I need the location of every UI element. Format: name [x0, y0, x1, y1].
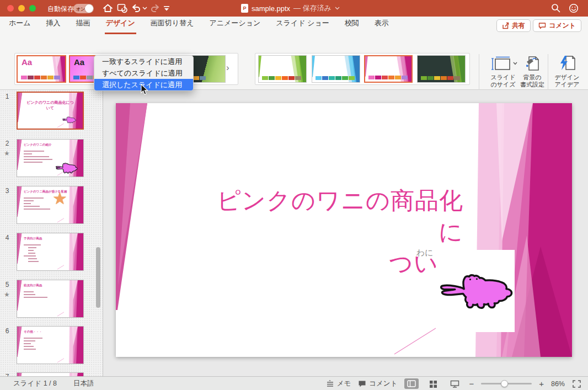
variation-thumbnail-dark[interactable] [417, 55, 466, 83]
tab-slideshow[interactable]: スライド ショー [275, 14, 330, 34]
panel-scrollbar[interactable] [96, 247, 100, 308]
design-ideas-button[interactable]: デザイン アイデア [550, 55, 584, 90]
slide-thumbnail-2[interactable]: ピンクのワニの紹介 [17, 139, 84, 177]
slide-number: 1 [2, 93, 12, 100]
slide-thumbnails-panel: 1 ピンクのワニの商品化について 2 ★ ピンクのワニの紹介 3 ピンクのワニ商… [0, 90, 103, 376]
tab-home[interactable]: ホーム [8, 14, 32, 34]
tab-view[interactable]: 表示 [373, 14, 390, 34]
undo-icon[interactable] [131, 3, 141, 13]
theme-thumbnail-pink[interactable]: Aa [17, 55, 66, 83]
slide-number: 3 [2, 187, 12, 195]
maximize-window-button[interactable] [29, 5, 36, 12]
zoom-percentage[interactable]: 86% [551, 380, 565, 388]
status-bar: スライド 1 / 8 日本語 メモ コメント − + 86% [0, 376, 588, 390]
current-slide-canvas[interactable]: ピンクのワニの商品化に ついて わに [116, 103, 572, 357]
autosave-toggle[interactable]: オン [73, 4, 94, 13]
variation-thumbnail-blue[interactable] [312, 55, 360, 83]
slide-thumbnail-4[interactable]: 子供向け商品 [17, 233, 84, 271]
slide-title-line-1: ピンクのワニの商品化に [199, 185, 463, 248]
slide-title-text[interactable]: ピンクのワニの商品化に ついて [199, 185, 463, 279]
slide-sorter-view-button[interactable] [426, 378, 440, 389]
tab-draw[interactable]: 描画 [75, 14, 92, 34]
status-comments-button[interactable]: コメント [358, 379, 397, 388]
crocodile-image[interactable] [436, 250, 515, 332]
toolbar-overflow-icon[interactable] [163, 6, 170, 11]
save-sync-icon[interactable] [117, 3, 128, 13]
variation-thumbnail-green[interactable] [258, 55, 307, 83]
variation-swatches [421, 76, 460, 80]
comment-bubble-icon [358, 380, 366, 388]
toggle-knob [85, 4, 93, 13]
slide-size-label-1: スライド [488, 74, 518, 81]
tab-transitions[interactable]: 画面切り替え [149, 14, 195, 34]
status-comments-label: コメント [369, 379, 397, 388]
tab-design[interactable]: デザイン [105, 14, 136, 34]
zoom-out-button[interactable]: − [469, 379, 474, 388]
chevron-down-icon [513, 62, 517, 65]
language-indicator[interactable]: 日本語 [73, 379, 94, 388]
normal-view-button[interactable] [404, 378, 419, 389]
star-shape: ★ [52, 189, 67, 208]
thumb-title: ピンクのワニの紹介 [24, 143, 68, 147]
minimize-window-button[interactable] [18, 5, 25, 12]
slide-thumbnail-5[interactable]: 幼児向け商品 [17, 280, 84, 318]
ribbon-chrome: ホーム 挿入 描画 デザイン 画面切り替え アニメーション スライド ショー 校… [0, 17, 588, 90]
autosave-state-label: オン [76, 6, 85, 12]
thumb-title: ピンクのワニの商品化について [26, 100, 74, 111]
zoom-slider-thumb[interactable] [501, 380, 508, 387]
redo-icon[interactable] [150, 3, 160, 13]
design-ideas-icon [559, 55, 576, 72]
slide-thumbnail-1[interactable]: ピンクのワニの商品化について [17, 92, 84, 130]
slide-sorter-icon [429, 380, 437, 388]
share-icon [502, 22, 509, 29]
thumb-bullets [24, 196, 57, 211]
themes-gallery-more-arrow[interactable]: › [226, 63, 229, 72]
slide-thumbnail-7[interactable] [17, 372, 84, 376]
title-chevron-icon[interactable] [335, 7, 340, 10]
fit-to-window-icon[interactable] [572, 380, 581, 388]
ribbon-tabs: ホーム 挿入 描画 デザイン 画面切り替え アニメーション スライド ショー 校… [8, 17, 390, 34]
thumb-bullets [24, 290, 65, 300]
tab-review[interactable]: 校閲 [344, 14, 360, 34]
zoom-in-button[interactable]: + [539, 379, 544, 388]
pptx-doc-icon: P [241, 4, 248, 13]
menu-item-apply-matching[interactable]: 一致するスライドに適用 [94, 56, 193, 67]
variation-swatches [316, 76, 355, 80]
tab-insert[interactable]: 挿入 [45, 14, 62, 34]
zoom-slider[interactable] [481, 383, 532, 384]
home-icon[interactable] [103, 3, 113, 13]
notes-button[interactable]: メモ [326, 379, 351, 388]
slideshow-view-button[interactable] [447, 378, 462, 389]
tab-animations[interactable]: アニメーション [208, 14, 261, 34]
search-icon[interactable] [551, 3, 560, 13]
slide-size-button[interactable]: スライド のサイズ [488, 55, 518, 90]
slide-thumbnail-3[interactable]: ピンクのワニ商品が受ける客層 ★ [17, 186, 84, 224]
thumb-bullets [24, 336, 65, 351]
slide-number: 5 [2, 281, 12, 289]
menu-item-apply-all[interactable]: すべてのスライドに適用 [94, 67, 193, 79]
normal-view-icon [407, 380, 416, 387]
comments-button[interactable]: コメント [533, 19, 581, 32]
variation-swatches [262, 76, 301, 80]
crocodile-drawing [55, 162, 78, 175]
background-format-icon [525, 55, 540, 72]
mouse-cursor [141, 84, 149, 95]
design-ideas-label-2: アイデア [550, 81, 584, 88]
thumb-bullets [24, 243, 65, 264]
share-button[interactable]: 共有 [496, 19, 531, 32]
variation-thumbnail-pink[interactable] [364, 55, 413, 83]
feedback-smiley-icon[interactable] [569, 3, 579, 13]
close-window-button[interactable] [7, 5, 14, 12]
star-indicator-icon: ★ [4, 291, 10, 298]
background-format-button[interactable]: 背景の 書式設定 [517, 55, 547, 90]
comment-icon [538, 22, 546, 29]
background-format-label-1: 背景の [517, 74, 547, 81]
undo-dropdown-chevron-icon[interactable] [142, 7, 147, 10]
slide-size-label-2: のサイズ [488, 81, 518, 88]
autosave-label: 自動保存 [47, 4, 74, 14]
doc-title: sample.pptx [252, 4, 290, 13]
slide-number: 2 [2, 140, 12, 147]
background-format-label-2: 書式設定 [517, 81, 547, 88]
slide-thumbnail-6[interactable]: その他・・・ [17, 326, 84, 364]
variation-swatches [368, 76, 408, 79]
